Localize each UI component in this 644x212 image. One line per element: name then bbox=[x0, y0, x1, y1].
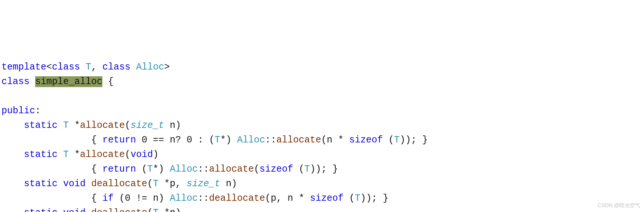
class-name-highlight: simple_alloc bbox=[35, 76, 102, 87]
punct: , bbox=[276, 193, 287, 204]
fn-name: allocate bbox=[276, 135, 321, 145]
type: T bbox=[394, 135, 400, 145]
var: n bbox=[170, 135, 175, 145]
punct: * bbox=[69, 120, 80, 131]
punct: :: bbox=[198, 193, 209, 204]
param: p bbox=[170, 178, 175, 189]
code-line: template<class T, class Alloc> bbox=[1, 62, 170, 73]
fn-name: allocate bbox=[80, 149, 125, 160]
code-line: public: bbox=[1, 105, 41, 116]
punct: , bbox=[91, 62, 102, 73]
code-line: static T *allocate(size_t n) bbox=[1, 120, 181, 131]
space bbox=[80, 62, 86, 73]
punct: { bbox=[91, 164, 102, 175]
type-alloc: Alloc bbox=[237, 135, 265, 145]
space bbox=[220, 178, 226, 189]
fn-name: allocate bbox=[209, 164, 254, 175]
punct: * bbox=[158, 208, 170, 212]
punct: ( bbox=[136, 164, 147, 175]
var: n bbox=[287, 193, 293, 204]
keyword-void: void bbox=[63, 178, 86, 189]
punct: *) bbox=[220, 135, 237, 145]
space bbox=[164, 120, 170, 131]
type-param: Alloc bbox=[136, 62, 164, 73]
watermark: CSDN @咬光空气 bbox=[598, 202, 640, 210]
punct: , bbox=[175, 178, 187, 189]
punct: * bbox=[158, 178, 170, 189]
punct: * bbox=[332, 135, 349, 145]
fn-name: deallocate bbox=[209, 193, 265, 204]
type: T bbox=[355, 193, 360, 204]
indent bbox=[1, 178, 24, 189]
space bbox=[58, 208, 63, 212]
punct: == bbox=[147, 135, 170, 145]
var: p bbox=[271, 193, 276, 204]
type: T bbox=[153, 178, 158, 189]
num: 0 bbox=[142, 135, 147, 145]
type: T bbox=[304, 164, 310, 175]
punct: :: bbox=[198, 164, 209, 175]
punct: * bbox=[293, 193, 310, 204]
code-line: class simple_alloc { bbox=[1, 76, 114, 87]
punct: ( bbox=[321, 135, 327, 145]
punct: != bbox=[130, 193, 153, 204]
type: T bbox=[63, 120, 69, 131]
indent bbox=[1, 208, 24, 212]
keyword-static: static bbox=[24, 178, 58, 189]
type-alloc: Alloc bbox=[170, 164, 198, 175]
code-line: static void deallocate(T *p) bbox=[1, 208, 181, 212]
punct: *) bbox=[153, 164, 170, 175]
code-line: static void deallocate(T *p, size_t n) bbox=[1, 178, 237, 189]
keyword-class: class bbox=[1, 76, 30, 87]
space bbox=[130, 62, 136, 73]
keyword-class: class bbox=[102, 62, 130, 73]
keyword-static: static bbox=[24, 208, 58, 212]
punct: : ( bbox=[192, 135, 215, 145]
punct: { bbox=[91, 135, 102, 145]
type: T bbox=[153, 208, 158, 212]
punct: ( bbox=[383, 135, 394, 145]
keyword-static: static bbox=[24, 149, 58, 160]
type-param: T bbox=[86, 62, 91, 73]
keyword-static: static bbox=[24, 120, 58, 131]
code-line: { return (T*) Alloc::allocate(sizeof (T)… bbox=[1, 164, 338, 175]
punct: ( bbox=[293, 164, 304, 175]
type-alloc: Alloc bbox=[170, 193, 198, 204]
punct: < bbox=[46, 62, 52, 73]
var: n bbox=[153, 193, 158, 204]
keyword-void: void bbox=[63, 208, 86, 212]
punct: : bbox=[35, 105, 41, 116]
punct: ) bbox=[158, 193, 170, 204]
keyword-template: template bbox=[1, 62, 46, 73]
keyword-public: public bbox=[1, 105, 35, 116]
space bbox=[86, 208, 91, 212]
fn-name: allocate bbox=[80, 120, 125, 131]
indent bbox=[1, 149, 24, 160]
type: T bbox=[63, 149, 69, 160]
punct: ) bbox=[175, 208, 181, 212]
keyword-sizeof: sizeof bbox=[259, 164, 293, 175]
punct: ( bbox=[125, 120, 130, 131]
punct: { bbox=[91, 193, 102, 204]
keyword-if: if bbox=[102, 193, 114, 204]
keyword-sizeof: sizeof bbox=[349, 135, 383, 145]
param: n bbox=[226, 178, 231, 189]
code-line: { if (0 != n) Alloc::deallocate(p, n * s… bbox=[1, 193, 388, 204]
code-line: static T *allocate(void) bbox=[1, 149, 158, 160]
punct: ) bbox=[175, 120, 181, 131]
space bbox=[58, 178, 63, 189]
space bbox=[86, 178, 91, 189]
keyword-class: class bbox=[52, 62, 80, 73]
fn-name: deallocate bbox=[91, 178, 147, 189]
code-block: template<class T, class Alloc> class sim… bbox=[1, 60, 643, 212]
punct: ) bbox=[231, 178, 237, 189]
param: n bbox=[170, 120, 175, 131]
num: 0 bbox=[187, 135, 192, 145]
type-size_t: size_t bbox=[130, 120, 164, 131]
code-line: { return 0 == n? 0 : (T*) Alloc::allocat… bbox=[1, 135, 428, 145]
punct: ? bbox=[175, 135, 187, 145]
type-size_t: size_t bbox=[187, 178, 220, 189]
punct: ( bbox=[254, 164, 259, 175]
punct: * bbox=[69, 149, 80, 160]
punct: ( bbox=[114, 193, 125, 204]
